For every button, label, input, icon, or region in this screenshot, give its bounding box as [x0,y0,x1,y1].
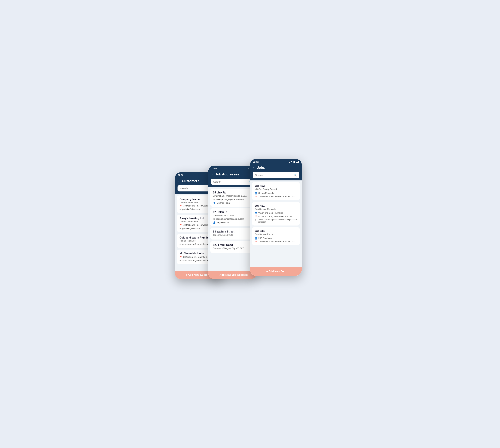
job-type-1: Gas Service Reminder [255,208,297,210]
location-icon-c3: 📍 [180,256,182,258]
jobs-search-bar: 🔍 [250,172,302,180]
scene: 22:02 ← Customers 🔍 [175,159,325,289]
location-icon-j0: 📍 [255,195,257,198]
job-person-1: Warm and Cold Plumbing [258,212,283,214]
job-addr-0: 73 McLeans Rd, Newstead EC88 1AT [258,195,295,198]
jobs-header: ← Jobs [250,164,302,172]
jobs-title: Jobs [257,166,265,170]
location-icon-c1: 📍 [180,224,182,226]
addr-city-1: Newstead, EC50 9DN [213,214,252,217]
job-note-1: Check boiler for possible leaks and poss… [258,219,297,223]
job-addresses-content: 25 Link Rd Birmingham, West Midlands, EC… [208,187,257,271]
job-person-0: Shaun Michaels [258,192,274,194]
job-id-1: Job 421 [255,204,297,207]
job-addresses-search-bar: 🔍 [208,179,257,187]
add-job-button[interactable]: + Add New Job [250,267,302,276]
job-type-2: Gas Service Record [255,233,297,236]
time-3: 22:02 [253,160,259,163]
job-person-row-0: 👤 Shaun Michaels [255,192,297,194]
time-1: 22:02 [178,174,183,176]
addr-city-2: Teneriffe, EC50 9BG [213,234,252,236]
phone-job-addresses: 22:02 ← Job Addresses 🔍 [208,166,257,279]
back-button-3[interactable]: ← [253,166,256,169]
address-card-1[interactable]: 12 Helen St Newstead, EC50 9DN ✉ deanna.… [210,208,255,226]
addr-city-0: Birmingham, West Midlands, EC1A [213,195,252,197]
job-person-row-2: 👤 232 Plumbing [255,237,297,240]
job-addr-row-2: 📍 73 McLeans Rd, Newstead EC88 1AT [255,240,297,243]
back-button-2[interactable]: ← [211,173,214,176]
jobs-search-input[interactable] [255,174,293,176]
email-icon-a1: ✉ [213,218,215,220]
job-addr-2: 73 McLeans Rd, Newstead EC88 1AT [258,240,295,243]
customer-email-3: alma.lawson@example.com [182,259,210,262]
wifi-icon-2 [248,167,250,170]
addr-email-row-0: ✉ willie.jennings@example.com [213,198,252,201]
address-card-3[interactable]: 123 Frank Road Glasgow, Glasgow City, G3… [210,241,255,253]
job-id-0: Job 422 [255,184,297,187]
status-icons-3: ▼ ▮ ▮ [288,160,299,163]
email-icon-a0: ✉ [213,198,215,201]
job-addresses-header: ← Job Addresses [208,171,257,179]
note-icon-j1: 🖹 [255,219,257,221]
addr-person-row-0: 👤 Eleanor Pena [213,202,252,204]
addr-person-1: Guy Hawkins [217,221,230,224]
addr-person-row-1: 👤 Guy Hawkins [213,221,252,224]
job-card-1[interactable]: Job 421 Gas Service Reminder 👤 Warm and … [252,202,300,225]
addr-email-0: willie.jennings@example.com [216,198,244,201]
job-addr-1: 87 Vernon Tce, Teneriffe EC88 1BE [258,215,292,218]
job-person-row-1: 👤 Warm and Cold Plumbing [255,212,297,214]
location-icon-j1: 📍 [255,215,257,218]
email-icon-c0: ✉ [180,208,181,211]
email-icon-c1: ✉ [180,227,181,230]
job-id-2: Job 414 [255,229,297,233]
email-icon-c2: ✉ [180,243,181,245]
job-card-0[interactable]: Job 422 ND Gas Safety Record 👤 Shaun Mic… [252,182,300,200]
person-icon-a0: 👤 [213,202,216,204]
person-icon-j1: 👤 [255,212,257,214]
job-type-0: ND Gas Safety Record [255,188,297,191]
person-icon-j2: 👤 [255,237,257,240]
jobs-content: Job 422 ND Gas Safety Record 👤 Shaun Mic… [250,180,302,267]
search-icon-3: 🔍 [294,174,297,176]
battery-icon-3: ▮ [296,160,299,163]
person-icon-a1: 👤 [213,221,216,224]
addr-street-2: 33 Wallum Street [213,230,252,233]
status-bar-3: 22:02 ▼ ▮ ▮ [250,159,302,164]
addr-email-row-1: ✉ deanna.curtis@example.com [213,218,252,220]
addr-person-0: Eleanor Pena [217,202,230,204]
signal-icon-3: ▮ [293,160,295,163]
addr-street-0: 25 Link Rd [213,191,252,194]
customer-email-2: alma.lawson@example.com [182,243,210,245]
wifi-icon-3: ▼ [288,160,292,163]
time-2: 22:02 [211,167,217,170]
job-addresses-search-input[interactable] [213,180,248,183]
addr-email-1: deanna.curtis@example.com [216,218,244,220]
add-job-address-button[interactable]: + Add New Job Address [208,271,257,279]
addr-street-1: 12 Helen St [213,211,252,214]
address-card-2[interactable]: 33 Wallum Street Teneriffe, EC50 9BG [210,228,255,240]
customers-title: Customers [182,179,199,183]
customer-email-0: godeke@live.com [182,208,200,210]
job-card-2[interactable]: Job 414 Gas Service Record 👤 232 Plumbin… [252,227,300,245]
location-icon-j2: 📍 [255,240,257,243]
address-card-0[interactable]: 25 Link Rd Birmingham, West Midlands, EC… [210,189,255,207]
customer-email-1: godeke@live.com [182,227,200,230]
job-person-2: 232 Plumbing [258,237,272,239]
phone-jobs: 22:02 ▼ ▮ ▮ ← Jobs 🔍 [250,159,302,276]
email-icon-c3: ✉ [180,259,181,262]
addr-city-3: Glasgow, Glasgow City, G3 8AZ [213,247,252,250]
jobs-search-wrap[interactable]: 🔍 [253,172,299,178]
back-button-1[interactable]: ← [178,179,181,183]
location-icon-c0: 📍 [180,205,182,207]
job-addresses-search-wrap[interactable]: 🔍 [211,179,254,185]
person-icon-j0: 👤 [255,192,257,194]
job-addr-row-0: 📍 73 McLeans Rd, Newstead EC88 1AT [255,195,297,198]
addr-street-3: 123 Frank Road [213,243,252,247]
job-note-row-1: 🖹 Check boiler for possible leaks and po… [255,219,297,223]
job-addresses-title: Job Addresses [215,172,239,176]
status-bar-2: 22:02 [208,166,257,171]
job-addr-row-1: 📍 87 Vernon Tce, Teneriffe EC88 1BE [255,215,297,218]
